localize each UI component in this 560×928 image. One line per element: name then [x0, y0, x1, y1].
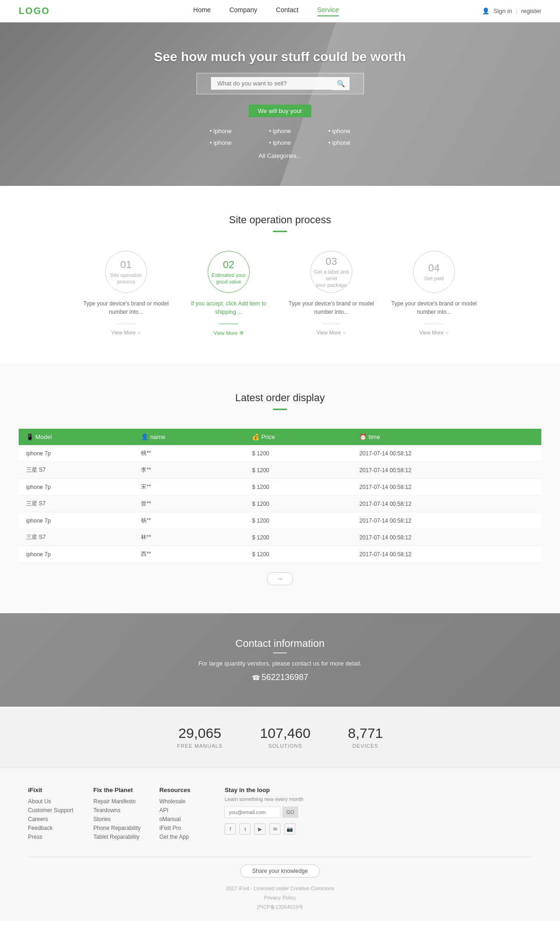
step-2-view-more[interactable]: View More ⊕: [214, 330, 244, 336]
sign-in-link[interactable]: Sign in: [493, 7, 512, 14]
social-youtube-icon[interactable]: ▶: [254, 823, 266, 835]
social-twitter-icon[interactable]: t: [239, 823, 251, 835]
footer-fix-link-2[interactable]: Stories: [93, 816, 140, 822]
order-section-title: Latest order display: [19, 392, 541, 404]
step-4-number: 04: [428, 262, 440, 274]
cell-model-0: iphone 7p: [19, 445, 133, 462]
hero-content: See how much your stuff could be worth 🔍…: [0, 50, 560, 159]
main-nav: Home Company Contact Service: [193, 6, 339, 16]
stat-devices-number: 8,771: [348, 725, 383, 741]
step-3-desc: Type your device's brand or model number…: [285, 299, 378, 316]
footer-fix-link-0[interactable]: Repair Manifesto: [93, 798, 140, 805]
cell-model-3: 三星 S7: [19, 496, 133, 512]
all-categories-link[interactable]: All Categories...: [259, 152, 301, 159]
footer-col-resources: Resources Wholesale API oManual iFixit P…: [159, 786, 206, 843]
footer-ifixit-link-1[interactable]: Customer Support: [28, 807, 75, 814]
footer-ifixit-link-4[interactable]: Press: [28, 834, 75, 840]
footer-resources-link-0[interactable]: Wholesale: [159, 798, 206, 805]
we-buy-label[interactable]: We will buy your: [249, 105, 311, 117]
model-icon: 📱: [26, 433, 35, 440]
footer-resources-link-1[interactable]: API: [159, 807, 206, 814]
footer-resources-link-2[interactable]: oManual: [159, 816, 206, 822]
footer-email-input[interactable]: [224, 807, 280, 818]
contact-desc: For large quantity vendors, please conta…: [198, 660, 362, 667]
name-icon: 👤: [141, 433, 150, 440]
we-buy-area: We will buy your iphone iphone iphone ip…: [9, 105, 551, 159]
share-knowledge-button[interactable]: Share your knowledge: [240, 864, 319, 878]
step-1-number: 01: [120, 259, 132, 271]
process-section-divider: [273, 231, 287, 232]
footer-resources-link-4[interactable]: Get the App: [159, 834, 206, 840]
social-email-icon[interactable]: ✉: [269, 823, 280, 835]
footer-legal-2: 沪ICP备13064019号: [28, 903, 532, 912]
step-1-name: Site operationprocess: [110, 272, 142, 285]
contact-title: Contact information: [198, 638, 362, 650]
register-link[interactable]: register: [521, 7, 541, 14]
step-2-number: 02: [223, 259, 234, 271]
cat-item-2-1: iphone: [269, 128, 291, 135]
footer-newsletter-title: Stay in the loop: [224, 786, 303, 793]
hero-search-button[interactable]: 🔍: [332, 77, 350, 90]
hero-search-input[interactable]: [211, 77, 332, 90]
stat-solutions-label: SOLUTIONS: [260, 743, 310, 749]
footer-fix-link-1[interactable]: Teardowns: [93, 807, 140, 814]
stat-manuals-number: 29,065: [177, 725, 223, 741]
contact-content: Contact information For large quantity v…: [198, 638, 362, 682]
contact-section: Contact information For large quantity v…: [0, 613, 560, 707]
step-3-divider: [322, 324, 341, 324]
nav-home[interactable]: Home: [193, 6, 210, 16]
step-1-divider: [117, 324, 135, 324]
nav-contact[interactable]: Contact: [276, 6, 298, 16]
footer-col-ifixit: iFixit About Us Customer Support Careers…: [28, 786, 75, 843]
cell-price-0: $ 1200: [245, 445, 352, 462]
table-more-button[interactable]: →: [267, 572, 293, 585]
category-col-1: iphone iphone: [210, 128, 231, 146]
footer-fix-link-4[interactable]: Tablet Reparability: [93, 834, 140, 840]
footer-email-submit[interactable]: GO: [282, 807, 298, 818]
auth-links: 👤 Sign in | register: [482, 7, 541, 14]
auth-divider: |: [516, 7, 517, 14]
nav-company[interactable]: Company: [229, 6, 257, 16]
social-facebook-icon[interactable]: f: [224, 823, 236, 835]
cell-price-4: $ 1200: [245, 512, 352, 529]
process-step-2: 02 Estimated yourgood value If you accep…: [182, 251, 275, 336]
contact-phone: 5622136987: [198, 673, 362, 682]
step-4-view-more[interactable]: View More ○: [420, 330, 448, 335]
footer-social-icons: f t ▶ ✉ 📷: [224, 823, 303, 835]
cat-item-1-1: iphone: [210, 128, 231, 135]
stat-solutions-number: 107,460: [260, 725, 310, 741]
nav-service[interactable]: Service: [317, 6, 339, 16]
footer-ifixit-link-2[interactable]: Careers: [28, 816, 75, 822]
step-1-circle: 01 Site operationprocess: [105, 251, 147, 293]
cell-name-5: 林**: [133, 529, 245, 546]
social-instagram-icon[interactable]: 📷: [284, 823, 295, 835]
process-step-3: 03 Get a label and sendyour package Type…: [285, 251, 378, 336]
stat-manuals-label: FREE MANUALS: [177, 743, 223, 749]
footer-ifixit-link-0[interactable]: About Us: [28, 798, 75, 805]
header: LOGO Home Company Contact Service 👤 Sign…: [0, 0, 560, 22]
table-header-row: 📱 Model 👤 name 💰 Price ⏰ time: [19, 429, 541, 445]
cell-name-0: 桃**: [133, 445, 245, 462]
table-header-price: 💰 Price: [245, 429, 352, 445]
footer-legal-1[interactable]: Privacy Policy: [28, 893, 532, 903]
footer-newsletter: Stay in the loop Learn something new eve…: [224, 786, 303, 843]
step-1-view-more[interactable]: View More ○: [112, 330, 140, 335]
step-3-view-more[interactable]: View More ○: [317, 330, 346, 335]
table-row: 三星 S7 李** $ 1200 2017-07-14 00:58:12: [19, 462, 541, 479]
step-2-divider: [219, 324, 238, 324]
table-row: iphone 7p 西** $ 1200 2017-07-14 00:58:12: [19, 546, 541, 563]
step-4-divider: [425, 324, 443, 324]
cell-time-3: 2017-07-14 00:58:12: [352, 496, 541, 512]
order-section: Latest order display 📱 Model 👤 name 💰 Pr…: [0, 364, 560, 613]
footer-fix-link-3[interactable]: Phone Reparability: [93, 825, 140, 831]
order-section-divider: [273, 409, 287, 410]
cell-model-1: 三星 S7: [19, 462, 133, 479]
cell-name-6: 西**: [133, 546, 245, 563]
order-table: 📱 Model 👤 name 💰 Price ⏰ time ipho: [19, 429, 541, 563]
footer-ifixit-link-3[interactable]: Feedback: [28, 825, 75, 831]
step-3-circle: 03 Get a label and sendyour package: [310, 251, 352, 293]
category-col-3: iphone iphone: [329, 128, 350, 146]
footer-resources-link-3[interactable]: iFixit Pro: [159, 825, 206, 831]
step-2-arrow-icon: ⊕: [239, 330, 244, 336]
table-more-container: →: [19, 572, 541, 585]
